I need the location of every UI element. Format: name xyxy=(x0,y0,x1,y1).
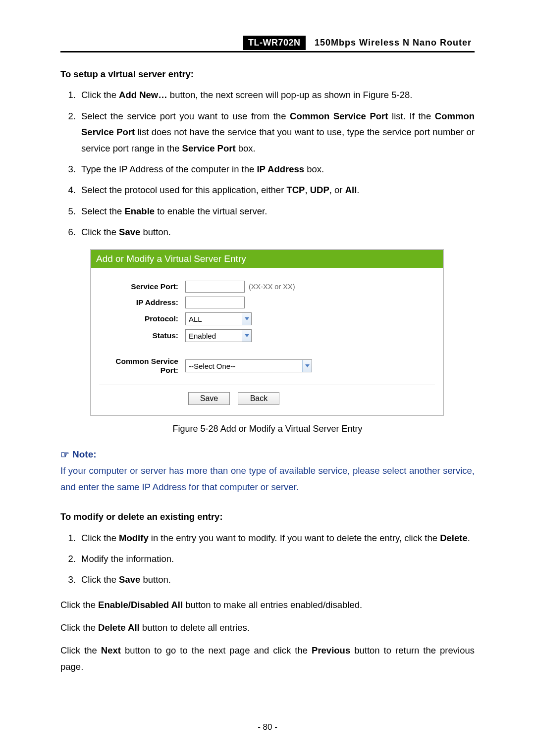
page-number: - 80 - xyxy=(0,722,535,732)
save-button[interactable]: Save xyxy=(188,392,230,405)
step-4: Select the protocol used for this applic… xyxy=(78,182,475,198)
steps-setup: Click the Add New… button, the next scre… xyxy=(60,87,475,240)
figure-caption: Figure 5-28 Add or Modify a Virtual Serv… xyxy=(60,424,475,434)
para-next-previous: Click the Next button to go to the next … xyxy=(60,643,475,675)
chevron-down-icon xyxy=(302,360,312,372)
figure-virtual-server: Add or Modify a Virtual Server Entry Ser… xyxy=(90,249,444,416)
label-service-port: Service Port: xyxy=(99,282,185,291)
row-ip-address: IP Address: xyxy=(99,297,435,308)
model-description: 150Mbps Wireless N Nano Router xyxy=(308,36,475,50)
row-protocol: Protocol: ALL xyxy=(99,312,435,325)
hint-service-port: (XX-XX or XX) xyxy=(249,283,295,291)
row-service-port: Service Port: (XX-XX or XX) xyxy=(99,281,435,293)
step-5: Select the Enable to enable the virtual … xyxy=(78,203,475,219)
label-ip-address: IP Address: xyxy=(99,298,185,307)
step-2: Select the service port you want to use … xyxy=(78,108,475,156)
modify-step-3: Click the Save button. xyxy=(78,572,475,588)
model-badge: TL-WR702N xyxy=(243,36,306,50)
chevron-down-icon xyxy=(242,330,251,342)
button-row: Save Back xyxy=(99,392,435,405)
select-status[interactable]: Enabled xyxy=(185,329,252,342)
steps-modify: Click the Modify in the entry you want t… xyxy=(60,530,475,588)
input-service-port[interactable] xyxy=(185,281,245,293)
step-1: Click the Add New… button, the next scre… xyxy=(78,87,475,103)
chevron-down-icon xyxy=(242,313,251,325)
input-ip-address[interactable] xyxy=(185,297,245,308)
separator xyxy=(99,385,435,385)
select-protocol[interactable]: ALL xyxy=(185,312,252,325)
para-enable-all: Click the Enable/Disabled All button to … xyxy=(60,597,475,613)
modify-step-1: Click the Modify in the entry you want t… xyxy=(78,530,475,546)
step-6: Click the Save button. xyxy=(78,224,475,240)
note-body: If your computer or server has more than… xyxy=(60,463,475,495)
section-title-modify: To modify or delete an existing entry: xyxy=(60,509,475,525)
step-3: Type the IP Address of the computer in t… xyxy=(78,161,475,177)
header-bar: TL-WR702N 150Mbps Wireless N Nano Router xyxy=(60,36,475,52)
para-delete-all: Click the Delete All button to delete al… xyxy=(60,620,475,636)
row-status: Status: Enabled xyxy=(99,329,435,342)
label-status: Status: xyxy=(99,331,185,340)
modify-step-2: Modify the information. xyxy=(78,551,475,567)
label-common-service-port: Common Service Port: xyxy=(99,357,185,375)
pointing-hand-icon: ☞ xyxy=(60,449,69,460)
row-common-service-port: Common Service Port: --Select One-- xyxy=(99,357,435,375)
note-heading: ☞Note: xyxy=(60,448,475,460)
back-button[interactable]: Back xyxy=(238,392,279,405)
select-common-service-port[interactable]: --Select One-- xyxy=(185,359,312,372)
section-title-setup: To setup a virtual server entry: xyxy=(60,66,475,82)
figure-title: Add or Modify a Virtual Server Entry xyxy=(91,250,443,268)
label-protocol: Protocol: xyxy=(99,314,185,323)
page: TL-WR702N 150Mbps Wireless N Nano Router… xyxy=(0,0,535,756)
